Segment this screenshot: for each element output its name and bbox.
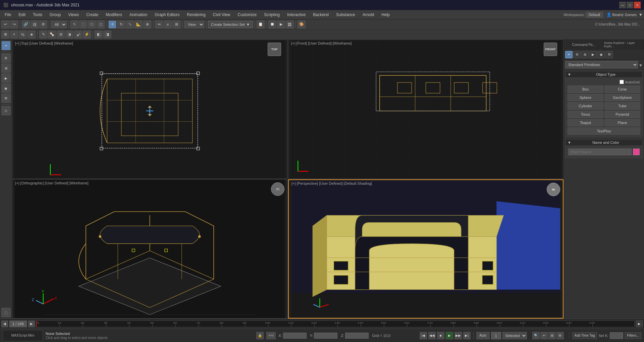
selected-dropdown[interactable]: Selected (502, 332, 527, 339)
pyramid-button[interactable]: Pyramid (604, 111, 640, 118)
play-selected-button[interactable]: ▶▶ (454, 332, 462, 339)
autogrid-checkbox[interactable] (620, 80, 624, 84)
select-region-button[interactable]: ⬚ (79, 20, 87, 28)
bottom-tool[interactable]: ⬚ (1, 308, 11, 317)
modify-icon-button[interactable]: ⚙ (573, 51, 581, 58)
rotate-button[interactable]: ↻ (117, 20, 125, 28)
workspace-dropdown[interactable]: Default (586, 12, 603, 18)
scale-button[interactable]: ⤡ (126, 20, 134, 28)
nav-cube-front[interactable]: FRONT (544, 43, 557, 56)
pivot-button[interactable]: ⊕ (143, 20, 151, 28)
angle-snap-button[interactable]: ⌖ (10, 31, 18, 39)
lock-selection-button[interactable]: 🔒 (256, 332, 264, 339)
user-dropdown-arrow[interactable]: ▼ (639, 12, 643, 17)
spinner-snap-button[interactable]: ◈ (28, 31, 36, 39)
scene-explorer-tab[interactable]: Scene Explorer - Layer Explo... (604, 40, 644, 50)
play-button[interactable]: ▶ (636, 321, 643, 327)
timeline-track[interactable]: 0 10 20 30 40 50 60 70 80 90 1 (36, 321, 635, 327)
cylinder-button[interactable]: Cylinder (568, 102, 603, 110)
auto-key-button[interactable]: Auto (476, 332, 490, 339)
viewport-orthographic[interactable]: [+] [Orthographic] [User Defined] [Wiref… (12, 179, 287, 319)
toggle-toolbar-button[interactable]: ⊞ (548, 332, 556, 339)
x-coord-input[interactable] (283, 333, 307, 339)
menu-customize[interactable]: Customize (234, 11, 260, 18)
object-name-input[interactable] (568, 149, 632, 155)
settings-button[interactable]: ⚙ (556, 332, 564, 339)
redo-button[interactable]: ↪ (10, 20, 18, 28)
selection-filters[interactable]: ◫ (1, 106, 11, 115)
motion-tab[interactable]: ▶ (1, 73, 11, 83)
extra-tool1[interactable]: ◧ (95, 31, 103, 39)
maxscript-mini[interactable]: MAXScript Mini (3, 330, 43, 341)
display-tab[interactable]: ◉ (1, 83, 11, 93)
textplus-button[interactable]: TextPlus (568, 127, 640, 135)
add-time-tag-button[interactable]: Add Time Tag (572, 332, 597, 339)
view-dropdown[interactable]: View (184, 21, 204, 28)
timeline-next-button[interactable]: ▶ (28, 321, 35, 327)
sphere-button[interactable]: Sphere (568, 94, 603, 101)
menu-rendering[interactable]: Rendering (183, 11, 209, 18)
viewport-top[interactable]: [+] [Top] [User Defined] [Wireframe] TOP (12, 40, 287, 179)
geosphere-button[interactable]: GeoSphere (604, 94, 640, 101)
set-k-input[interactable] (610, 332, 623, 339)
object-type-header[interactable]: ▼ Object Type (565, 71, 643, 78)
frame-counter-input[interactable] (491, 332, 501, 339)
edit-named-sel-button[interactable]: ✎ (39, 31, 47, 39)
reference-coord-button[interactable]: 📐 (135, 20, 143, 28)
select-move-button[interactable]: ✛ (108, 20, 116, 28)
layer-button[interactable]: ⊞ (172, 20, 180, 28)
snap-toggle-button[interactable]: ⊞ (1, 31, 9, 39)
nav-cube-top[interactable]: TOP (268, 43, 281, 56)
percent-snap-button[interactable]: % (19, 31, 27, 39)
create-tab[interactable]: ✦ (1, 41, 11, 50)
scene-undo-button[interactable]: ↩ (540, 332, 548, 339)
play-anim-button[interactable]: ▶ (446, 332, 453, 339)
box-button[interactable]: Box (568, 86, 603, 93)
filter-dropdown[interactable]: All (51, 21, 67, 28)
mirror-button[interactable]: ⇔ (155, 20, 163, 28)
maximize-button[interactable]: □ (627, 2, 633, 8)
timeline-prev-button[interactable]: ◀ (1, 321, 8, 327)
command-panel-tab[interactable]: Command Pa... (564, 40, 604, 50)
bone-tool-button[interactable]: 🦴 (48, 31, 56, 39)
go-to-end-button[interactable]: ▶| (463, 332, 471, 339)
create-icon-button[interactable]: ✦ (565, 51, 573, 58)
close-button[interactable]: ✕ (634, 2, 641, 8)
z-coord-input[interactable] (345, 333, 369, 339)
hierarchy-icon-button[interactable]: ⊞ (581, 51, 589, 58)
menu-modifiers[interactable]: Modifiers (102, 11, 125, 18)
undo-button[interactable]: ↩ (1, 20, 9, 28)
tube-button[interactable]: Tube (604, 102, 640, 110)
menu-edit[interactable]: Edit (15, 11, 29, 18)
shape-button[interactable]: ◑ (65, 31, 73, 39)
render-button[interactable]: 🖼 (286, 20, 294, 28)
align-button[interactable]: ≡ (164, 20, 172, 28)
menu-civil-view[interactable]: Civil View (210, 11, 234, 18)
select-button[interactable]: ↖ (70, 20, 78, 28)
teapot-button[interactable]: Teapot (568, 119, 603, 126)
create-selection-set-button[interactable]: Create Selection Set ▼ (208, 21, 253, 28)
menu-tools[interactable]: Tools (30, 11, 46, 18)
coord-display-button[interactable]: XYZ (266, 332, 276, 339)
stop-play-button[interactable]: ■ (437, 332, 444, 339)
select-fence-button[interactable]: ◻ (97, 20, 105, 28)
viewport-perspective[interactable]: [+] [Perspective] [User Defined] [Defaul… (288, 179, 564, 319)
category-dropdown[interactable]: Standard Primitives (565, 61, 638, 68)
render-setup-button[interactable]: 🔲 (268, 20, 276, 28)
color-swatch[interactable] (633, 149, 640, 155)
extra-tool2[interactable]: ◨ (103, 31, 111, 39)
menu-graph-editors[interactable]: Graph Editors (151, 11, 183, 18)
hierarchy-tab[interactable]: ⊞ (1, 63, 11, 73)
menu-help[interactable]: Help (378, 11, 393, 18)
render-frame-button[interactable]: ▶ (277, 20, 285, 28)
prev-frame-button[interactable]: ◀◀ (428, 332, 436, 339)
nav-cube-ortho[interactable]: 3D (271, 182, 284, 196)
menu-interactive[interactable]: Interactive (284, 11, 309, 18)
name-color-header[interactable]: ▼ Name and Color (565, 139, 643, 146)
menu-create[interactable]: Create (83, 11, 102, 18)
torus-button[interactable]: Torus (568, 111, 603, 118)
y-coord-input[interactable] (314, 333, 337, 339)
paint-button[interactable]: 🖌 (74, 31, 82, 39)
search-button[interactable]: 🔍 (532, 332, 540, 339)
utilities-icon-button[interactable]: ⚒ (605, 51, 613, 58)
